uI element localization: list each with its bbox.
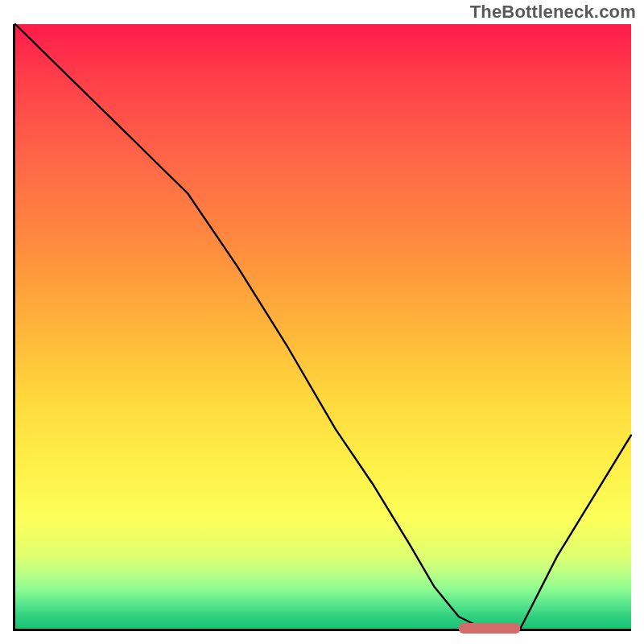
- chart-container: TheBottleneck.com: [0, 0, 644, 644]
- bottleneck-curve: [15, 24, 631, 629]
- watermark-text: TheBottleneck.com: [470, 2, 636, 23]
- optimal-range-marker: [459, 623, 521, 634]
- chart-overlay: [15, 24, 631, 629]
- plot-area: [13, 24, 631, 631]
